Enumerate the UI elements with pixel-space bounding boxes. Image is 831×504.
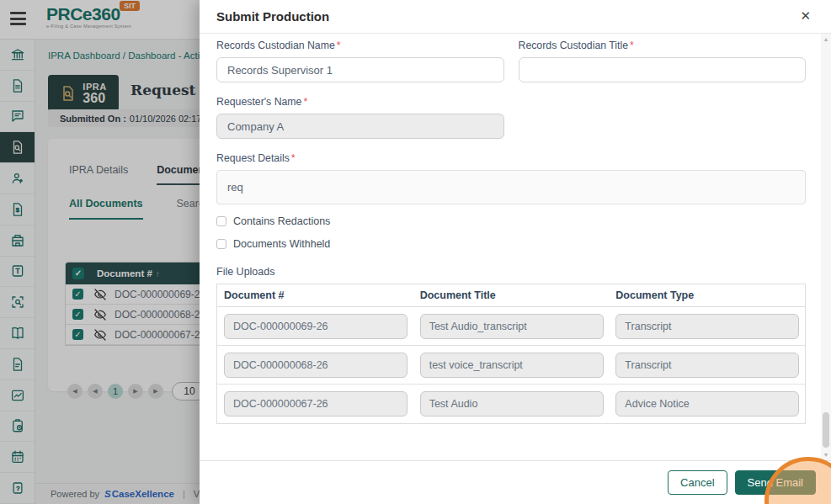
requesters-name-input (216, 114, 504, 139)
file-upload-row: DOC-000000068-26 test voice_transcript T… (217, 346, 805, 385)
scroll-up-icon[interactable]: ▲ (821, 36, 831, 42)
request-details-label: Request Details* (216, 152, 806, 164)
documents-withheld-row: Documents Withheld (216, 238, 806, 250)
required-asterisk: * (303, 96, 307, 108)
doc-type-field: Advice Notice (615, 391, 799, 416)
column-doc-number: Document # (217, 289, 413, 301)
modal-scrollbar[interactable]: ▲ ▼ (821, 34, 831, 460)
requesters-name-label: Requester's Name* (216, 96, 806, 108)
file-upload-row: DOC-000000067-26 Test Audio Advice Notic… (217, 385, 805, 423)
column-doc-title: Document Title (413, 289, 610, 301)
doc-number-field: DOC-000000068-26 (224, 353, 408, 378)
records-custodian-title-label: Records Custodian Title* (519, 40, 807, 51)
close-icon[interactable]: ✕ (800, 9, 811, 22)
file-uploads-table: Document # Document Title Document Type … (216, 284, 806, 424)
scroll-down-icon[interactable]: ▼ (821, 452, 831, 458)
app-root: PRCe360 e-Filing & Case Management Syste… (0, 0, 831, 504)
doc-number-field: DOC-000000069-26 (224, 314, 408, 339)
documents-withheld-label: Documents Withheld (233, 238, 330, 250)
modal-title: Submit Production (216, 9, 329, 24)
scrollbar-thumb[interactable] (823, 412, 829, 448)
documents-withheld-checkbox[interactable] (216, 239, 226, 249)
file-uploads-header: Document # Document Title Document Type (217, 284, 805, 307)
cancel-button[interactable]: Cancel (668, 470, 727, 495)
records-custodian-title-input[interactable] (519, 57, 807, 82)
required-asterisk: * (630, 40, 634, 51)
doc-title-field: Test Audio_transcript (420, 314, 604, 339)
request-details-textarea[interactable]: req (216, 170, 806, 204)
required-asterisk: * (337, 40, 341, 51)
submit-production-modal: Submit Production ✕ Records Custodian Na… (200, 0, 831, 504)
doc-title-field: Test Audio (420, 391, 604, 416)
modal-body: Records Custodian Name* Records Custodia… (200, 34, 821, 460)
file-upload-row: DOC-000000069-26 Test Audio_transcript T… (217, 307, 805, 346)
required-asterisk: * (291, 152, 296, 164)
file-uploads-label: File Uploads (216, 266, 806, 278)
contains-redactions-label: Contains Redactions (233, 215, 330, 227)
contains-redactions-row: Contains Redactions (216, 215, 806, 227)
doc-type-field: Transcript (615, 314, 799, 339)
records-custodian-name-input[interactable] (216, 57, 504, 82)
doc-title-field: test voice_transcript (420, 353, 604, 378)
modal-header: Submit Production ✕ (200, 0, 831, 34)
send-email-button[interactable]: Send Email (735, 470, 816, 495)
doc-type-field: Transcript (615, 353, 799, 378)
records-custodian-name-label: Records Custodian Name* (216, 40, 504, 51)
contains-redactions-checkbox[interactable] (216, 216, 226, 226)
modal-footer: Cancel Send Email (200, 460, 831, 504)
doc-number-field: DOC-000000067-26 (224, 391, 408, 416)
column-doc-type: Document Type (609, 289, 805, 301)
